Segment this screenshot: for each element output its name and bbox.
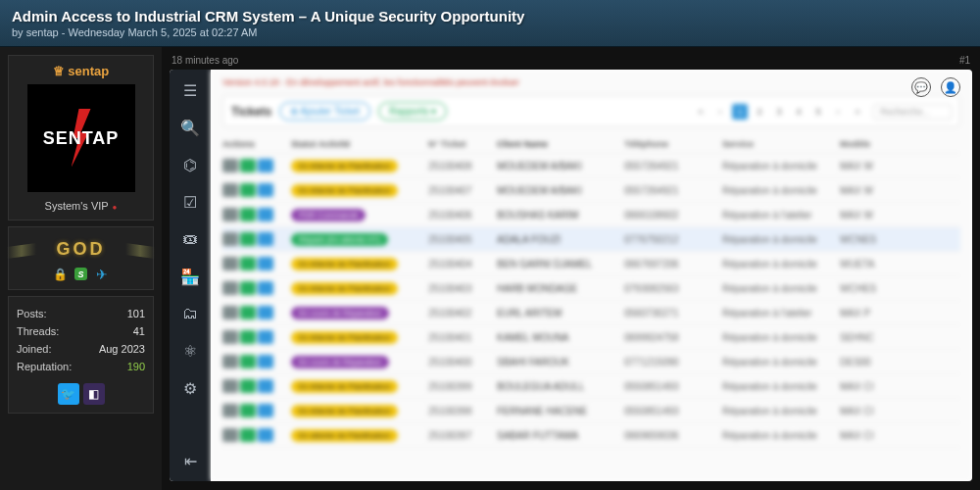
table-row[interactable]: En Attente de Planification25100407MOUED…	[222, 178, 960, 203]
vip-label: System's VIP●	[17, 200, 145, 212]
page-2[interactable]: 2	[752, 104, 767, 120]
table-row[interactable]: En Attente de Planification25100404BEN G…	[222, 252, 960, 276]
add-ticket-button[interactable]: ⊕ Ajouter Ticket	[279, 102, 370, 121]
pagination: «‹12345›»	[693, 104, 865, 120]
chat-icon[interactable]: 💬	[911, 77, 931, 97]
crm-screenshot: ☰ 🔍 ⌬ ☑ 🎟 🏪 🗂 ⚛ ⚙ ⇤ 💬 👤 Version 4.0.18 -…	[170, 70, 972, 481]
table-row[interactable]: En Attente de Planification25100401KAMEL…	[222, 325, 960, 350]
user-sidebar: sentap SENTAP System's VIP● GOD 🔒 S ✈ Po…	[0, 47, 162, 490]
table-row[interactable]: En cours de Réparation25100402EURL ARITE…	[222, 301, 960, 325]
checklist-icon[interactable]: ☑	[179, 191, 201, 213]
crm-nav-sidebar: ☰ 🔍 ⌬ ☑ 🎟 🏪 🗂 ⚛ ⚙ ⇤	[170, 70, 211, 481]
lock-icon: 🔒	[53, 268, 67, 281]
crm-toolbar: Tickets ⊕ Ajouter Ticket Rapports ▾ «‹12…	[222, 95, 960, 127]
table-row[interactable]: En Attente de Planification25100399BOULE…	[222, 374, 960, 399]
post-title: Admin Access to Industrial CRM System – …	[12, 8, 968, 24]
page-»[interactable]: »	[850, 104, 865, 120]
dashboard-icon[interactable]: ⌬	[179, 154, 201, 175]
table-row[interactable]: Réparé (En attente HT)25100405ADALA FOUZ…	[222, 227, 960, 252]
page-5[interactable]: 5	[810, 104, 826, 120]
network-icon[interactable]: ⚛	[179, 340, 201, 362]
logout-icon[interactable]: ⇤	[179, 450, 201, 471]
crm-main-panel: Version 4.0.18 - En développement actif,…	[211, 70, 972, 481]
version-warning: Version 4.0.18 - En développement actif,…	[222, 77, 960, 87]
page-3[interactable]: 3	[771, 104, 787, 120]
search-input[interactable]: Recherche...	[873, 104, 952, 120]
page-1[interactable]: 1	[732, 104, 748, 120]
page-‹[interactable]: ‹	[712, 104, 728, 120]
table-row[interactable]: En Attente de Planification25100408MOUED…	[222, 154, 960, 178]
search-icon[interactable]: 🔍	[179, 117, 201, 138]
settings-icon[interactable]: ⚙	[179, 377, 201, 399]
ticket-icon[interactable]: 🎟	[179, 228, 201, 250]
reports-button[interactable]: Rapports ▾	[378, 102, 447, 121]
tickets-table: Actions Statut Activité N° Ticket Client…	[222, 135, 960, 448]
post-number[interactable]: #1	[959, 55, 970, 66]
table-row[interactable]: En Attente de Planification25100403HARB …	[222, 276, 960, 301]
page-›[interactable]: ›	[830, 104, 846, 120]
page-title: Tickets	[231, 105, 271, 119]
menu-icon[interactable]: ☰	[179, 79, 201, 101]
table-row[interactable]: En Attente de Planification25100398FERNA…	[222, 399, 960, 423]
table-row[interactable]: En cours de Réparation25100400SBAHI FARO…	[222, 350, 960, 374]
username[interactable]: sentap	[17, 64, 145, 78]
post-byline: by sentap - Wednesday March 5, 2025 at 0…	[12, 26, 968, 38]
store-icon[interactable]: 🏪	[179, 266, 201, 287]
user-avatar[interactable]: SENTAP	[27, 84, 135, 192]
contact-icon[interactable]: 🗂	[179, 303, 201, 324]
profile-icon[interactable]: 👤	[941, 77, 960, 97]
post-content: 18 minutes ago #1 ☰ 🔍 ⌬ ☑ 🎟 🏪 🗂 ⚛ ⚙ ⇤ 💬 …	[162, 47, 980, 490]
page-«[interactable]: «	[693, 104, 709, 120]
twitter-icon[interactable]: 🐦	[58, 383, 79, 405]
page-4[interactable]: 4	[791, 104, 807, 120]
table-row[interactable]: PDR Commandé25100406BOUSHAS KARIM0666108…	[222, 203, 960, 227]
session-icon: S	[74, 268, 87, 280]
user-stats: Posts:101 Threads:41 Joined:Aug 2023 Rep…	[8, 296, 154, 414]
post-age: 18 minutes ago	[172, 55, 238, 66]
rank-badge: GOD	[17, 239, 145, 260]
telegram-icon[interactable]: ✈	[95, 268, 109, 281]
table-row[interactable]: En attente de Planification25100397SABAR…	[222, 423, 960, 448]
forum-post-header: Admin Access to Industrial CRM System – …	[0, 0, 980, 47]
social-icon[interactable]: ◧	[83, 383, 105, 405]
